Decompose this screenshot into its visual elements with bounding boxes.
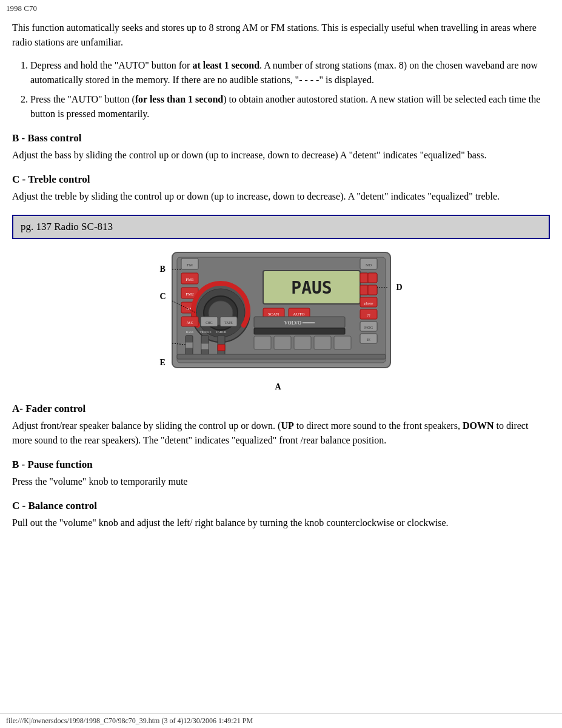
- svg-text:FADUR: FADUR: [216, 331, 226, 334]
- section-B-bass: B - Bass control Adjust the bass by slid…: [12, 132, 550, 163]
- fader-bold-2: DOWN: [463, 420, 494, 431]
- section-B-bass-heading: B - Bass control: [12, 132, 550, 144]
- svg-rect-51: [201, 343, 209, 349]
- svg-text:TAPE: TAPE: [224, 321, 233, 325]
- section-C-balance-body: Pull out the "volume" knob and adjust th…: [12, 516, 550, 530]
- section-C-balance-heading: C - Balance control: [12, 500, 550, 512]
- svg-rect-58: [334, 336, 351, 349]
- header-title: 1998 C70: [6, 4, 37, 13]
- svg-rect-55: [274, 336, 291, 349]
- svg-text:phone: phone: [364, 302, 373, 305]
- step-2-bold: for less than 1 second: [135, 94, 224, 104]
- section-B-bass-body: Adjust the bass by sliding the control u…: [12, 148, 550, 163]
- image-label-D: D: [396, 283, 402, 292]
- svg-rect-60: [177, 354, 386, 359]
- step-1: Depress and hold the "AUTO" button for a…: [30, 58, 550, 87]
- section-C-balance: C - Balance control Pull out the "volume…: [12, 500, 550, 530]
- page-footer: file:///K|/ownersdocs/1998/1998_C70/98c7…: [0, 713, 562, 728]
- svg-text:SCAN: SCAN: [267, 312, 279, 317]
- step-1-before: Depress and hold the "AUTO" button for: [30, 60, 192, 70]
- svg-rect-27: [360, 285, 368, 295]
- svg-text:MOG: MOG: [364, 326, 373, 329]
- svg-text:VOLVO ━━━━: VOLVO ━━━━: [284, 320, 315, 326]
- image-label-A: A: [275, 382, 281, 392]
- page-banner-text: pg. 137 Radio SC-813: [21, 221, 113, 232]
- section-A-fader-body: Adjust front/rear speaker balance by sli…: [12, 419, 550, 448]
- section-C-treble: C - Treble control Adjust the treble by …: [12, 174, 550, 204]
- svg-rect-28: [368, 285, 377, 295]
- radio-svg-wrapper: B C D E A FM ND FM1: [160, 246, 403, 392]
- fader-body-mid: to direct more sound to the front speake…: [294, 420, 463, 431]
- svg-text:??: ??: [367, 314, 370, 317]
- svg-rect-24: [360, 273, 368, 283]
- step-2: Press the "AUTO" button (for less than 1…: [30, 92, 550, 121]
- fader-bold-1: UP: [281, 420, 293, 431]
- radio-image-container: B C D E A FM ND FM1: [12, 246, 550, 392]
- svg-text:FM: FM: [186, 263, 193, 268]
- page-banner: pg. 137 Radio SC-813: [12, 215, 550, 239]
- steps-list: Depress and hold the "AUTO" button for a…: [30, 58, 550, 121]
- svg-text:PAUS: PAUS: [291, 278, 332, 298]
- step-2-before: Press the "AUTO" button (: [30, 94, 135, 104]
- svg-text:AUTO: AUTO: [293, 312, 304, 317]
- svg-rect-25: [368, 273, 377, 283]
- svg-rect-57: [314, 336, 331, 349]
- section-B-pause-heading: B - Pause function: [12, 459, 550, 471]
- footer-text: file:///K|/ownersdocs/1998/1998_C70/98c7…: [6, 716, 253, 725]
- section-A-fader-heading: A- Fader control: [12, 403, 550, 415]
- svg-rect-56: [294, 336, 311, 349]
- svg-text:IE: IE: [367, 338, 370, 342]
- page-header: 1998 C70: [0, 0, 562, 16]
- svg-text:ASC: ASC: [186, 321, 193, 325]
- svg-text:CHG: CHG: [206, 321, 213, 325]
- svg-rect-59: [254, 328, 345, 334]
- svg-text:FM1: FM1: [186, 277, 194, 282]
- section-B-pause: B - Pause function Press the "volume" kn…: [12, 459, 550, 489]
- main-content: This function automatically seeks and st…: [0, 16, 562, 542]
- svg-rect-49: [186, 342, 193, 348]
- section-A-fader: A- Fader control Adjust front/rear speak…: [12, 403, 550, 448]
- svg-text:BASS: BASS: [186, 331, 193, 334]
- radio-svg: FM ND FM1 FM2 AM: [160, 246, 403, 380]
- section-C-treble-body: Adjust the treble by sliding the control…: [12, 189, 550, 204]
- fader-body-before: Adjust front/rear speaker balance by sli…: [12, 420, 281, 431]
- svg-text:TREBLE: TREBLE: [199, 331, 211, 334]
- svg-rect-53: [218, 345, 225, 351]
- section-C-treble-heading: C - Treble control: [12, 174, 550, 186]
- image-label-E: E: [160, 358, 166, 368]
- svg-text:FM2: FM2: [186, 292, 194, 297]
- section-B-pause-body: Press the "volume" knob to temporarily m…: [12, 474, 550, 489]
- svg-rect-54: [254, 336, 271, 349]
- image-label-B: B: [160, 265, 166, 274]
- image-label-C: C: [160, 292, 166, 302]
- intro-paragraph: This function automatically seeks and st…: [12, 21, 550, 50]
- step-1-bold: at least 1 second: [192, 60, 259, 70]
- svg-text:ND: ND: [365, 263, 371, 268]
